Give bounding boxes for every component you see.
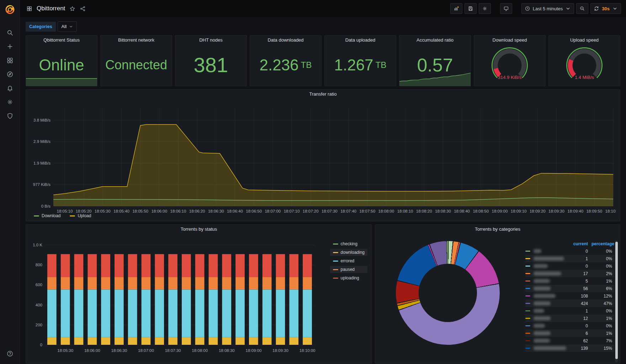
category-label-redacted [534, 264, 548, 268]
status-chart-plot[interactable]: 02004006008001.0 K18:05:3018:06:0018:06:… [30, 234, 318, 360]
transfer-chart-plot[interactable]: 0 B/s977 KiB/s1.9 MiB/s2.9 MiB/s3.8 MiB/… [30, 99, 616, 218]
category-label-redacted [534, 339, 550, 343]
category-color-dash [525, 273, 530, 274]
legend-label: uploading [341, 275, 359, 280]
bottom-row: Torrents by status 02004006008001.0 K18:… [26, 224, 620, 364]
legend-dash [34, 215, 39, 216]
stat-panel-title[interactable]: Data uploaded [325, 36, 396, 45]
stat-panel-title[interactable]: Download speed [474, 36, 545, 45]
svg-text:18:09:50: 18:09:50 [586, 209, 602, 213]
category-row: 10% [525, 255, 614, 262]
legend-item-downloading[interactable]: downloading [330, 249, 367, 256]
legend-item-paused[interactable]: paused [330, 266, 367, 273]
add-panel-button[interactable] [450, 3, 462, 14]
column-percentage[interactable]: percentage [588, 241, 614, 246]
explore-compass-icon[interactable] [3, 67, 17, 81]
svg-text:600: 600 [36, 283, 42, 287]
category-label [530, 279, 568, 283]
category-row: 00% [525, 322, 614, 330]
category-color-dash [525, 303, 530, 304]
stat-value-suffix: TB [376, 61, 387, 69]
category-current-value: 6 [568, 331, 588, 336]
admin-shield-icon[interactable] [3, 109, 17, 123]
category-percentage-value: 7% [588, 338, 614, 343]
category-current-value: 0 [568, 249, 588, 254]
category-label [530, 316, 568, 320]
category-color-dash [525, 333, 530, 334]
stat-panel-title[interactable]: Accumulated ratio [399, 36, 471, 45]
svg-text:18:09:00: 18:09:00 [492, 209, 508, 213]
legend-item-download[interactable]: Download [32, 213, 62, 219]
create-plus-icon[interactable] [3, 39, 17, 53]
category-label-redacted [534, 279, 550, 283]
help-icon[interactable] [3, 347, 17, 360]
category-label-redacted [534, 346, 566, 350]
column-current[interactable]: current [568, 241, 588, 246]
configuration-gear-icon[interactable] [3, 95, 17, 109]
svg-text:18:07:00: 18:07:00 [138, 348, 154, 353]
dashboard-title[interactable]: Qbittorrent [37, 5, 65, 12]
category-percentage-value: 0% [588, 249, 614, 254]
table-scrollbar-thumb[interactable] [615, 242, 618, 359]
category-current-value: 17 [568, 271, 588, 276]
stat-panel-title[interactable]: Bittorrent network [101, 36, 172, 45]
time-range-picker[interactable]: Last 5 minutes [521, 3, 574, 14]
share-icon[interactable] [80, 6, 86, 12]
category-color-dash [525, 280, 530, 282]
save-dashboard-button[interactable] [465, 3, 477, 14]
categories-table-header: current percentage [525, 240, 614, 247]
legend-item-upload[interactable]: Upload [68, 213, 92, 219]
category-percentage-value: 2% [588, 271, 614, 276]
alerting-bell-icon[interactable] [3, 81, 17, 95]
svg-text:18:05:50: 18:05:50 [132, 209, 148, 213]
category-label [530, 257, 568, 261]
stat-value-suffix: TB [301, 61, 312, 69]
category-row: 566% [525, 285, 614, 292]
svg-text:18:05:30: 18:05:30 [95, 209, 111, 213]
stat-panel-title[interactable]: DHT nodes [175, 36, 246, 45]
gauge: 314.9 KiB/s [474, 45, 545, 86]
panel-title[interactable]: Torrents by categories [375, 225, 620, 234]
svg-text:18:08:10: 18:08:10 [397, 209, 413, 213]
grafana-logo[interactable] [4, 4, 16, 16]
legend-label: Upload [78, 213, 91, 218]
stat-panel: Data downloaded2.236TB [250, 35, 322, 86]
svg-text:1.0 K: 1.0 K [33, 243, 42, 247]
stat-panel: Bittorrent networkConnected [100, 35, 172, 86]
legend-item-uploading[interactable]: uploading [330, 274, 367, 282]
refresh-button[interactable]: 30s [590, 3, 621, 14]
panel-title[interactable]: Transfer ratio [26, 90, 620, 99]
donut-hole [419, 264, 477, 322]
variable-value-dropdown[interactable]: All [58, 21, 77, 32]
search-icon[interactable] [3, 26, 17, 39]
tv-mode-button[interactable] [500, 3, 512, 14]
star-icon[interactable] [69, 6, 75, 12]
legend-dash [70, 215, 75, 216]
zoom-out-button[interactable] [576, 3, 588, 14]
dashboard-grid-icon[interactable] [26, 6, 32, 12]
category-current-value: 0 [568, 264, 588, 269]
category-label-redacted [534, 287, 551, 290]
svg-text:0: 0 [40, 343, 42, 347]
dashboard-settings-button[interactable] [479, 3, 491, 14]
category-current-value: 0 [568, 323, 588, 328]
stat-panel-title[interactable]: Upload speed [549, 36, 620, 45]
stat-panel-title[interactable]: Qbittorrent Status [26, 36, 97, 45]
categories-donut[interactable] [396, 241, 500, 345]
legend-label: checking [341, 241, 357, 246]
svg-text:18:08:30: 18:08:30 [219, 348, 235, 353]
stats-row: Qbittorrent StatusOnlineBittorrent netwo… [26, 35, 620, 86]
category-label-redacted [534, 272, 561, 275]
panel-title[interactable]: Torrents by status [26, 225, 372, 234]
svg-text:18:09:10: 18:09:10 [511, 209, 527, 213]
legend-item-checking[interactable]: checking [330, 240, 367, 247]
svg-text:2.9 MiB/s: 2.9 MiB/s [33, 139, 51, 144]
category-percentage-value: 15% [588, 346, 614, 351]
category-label-redacted [534, 316, 551, 320]
dashboards-icon[interactable] [3, 53, 17, 67]
legend-item-errored[interactable]: errored [330, 257, 367, 264]
stat-panel-title[interactable]: Data downloaded [250, 36, 321, 45]
category-label-redacted [534, 331, 551, 335]
category-color-dash [525, 310, 530, 311]
category-percentage-value: 0% [588, 323, 614, 328]
